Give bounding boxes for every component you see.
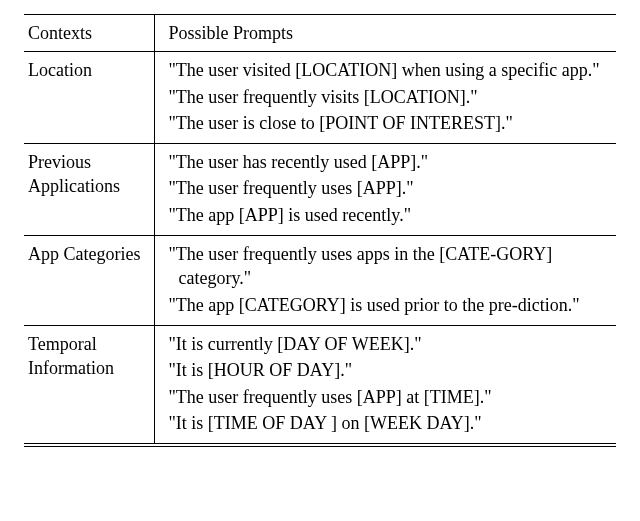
prompt-text: "The user frequently uses apps in the [C… [169,242,611,291]
table-row: App Categories "The user frequently uses… [24,236,616,326]
prompts-cell: "The user has recently used [APP]." "The… [154,144,616,236]
prompt-text: "The app [APP] is used recently." [169,203,611,227]
context-cell: App Categories [24,236,154,326]
prompt-text: "It is [HOUR OF DAY]." [169,358,611,382]
document-page: Contexts Possible Prompts Location "The … [0,0,640,521]
prompt-text: "The user visited [LOCATION] when using … [169,58,611,82]
table-row: Temporal Information "It is currently [D… [24,325,616,445]
prompts-cell: "It is currently [DAY OF WEEK]." "It is … [154,325,616,445]
header-prompts: Possible Prompts [154,15,616,52]
header-contexts: Contexts [24,15,154,52]
table-header-row: Contexts Possible Prompts [24,15,616,52]
context-line1: Location [28,60,92,80]
context-line1: App Categories [28,244,140,264]
context-cell: Temporal Information [24,325,154,445]
prompt-text: "It is currently [DAY OF WEEK]." [169,332,611,356]
prompt-text: "The user frequently visits [LOCATION]." [169,85,611,109]
context-line1: Temporal [28,334,97,354]
context-cell: Location [24,52,154,144]
table-row: Location "The user visited [LOCATION] wh… [24,52,616,144]
prompt-text: "It is [TIME OF DAY ] on [WEEK DAY]." [169,411,611,435]
prompt-text: "The user frequently uses [APP] at [TIME… [169,385,611,409]
table-row: Previous Applications "The user has rece… [24,144,616,236]
prompt-text: "The user has recently used [APP]." [169,150,611,174]
prompts-cell: "The user visited [LOCATION] when using … [154,52,616,144]
context-cell: Previous Applications [24,144,154,236]
prompt-text: "The user is close to [POINT OF INTEREST… [169,111,611,135]
contexts-prompts-table: Contexts Possible Prompts Location "The … [24,14,616,447]
prompt-text: "The user frequently uses [APP]." [169,176,611,200]
context-line2: Information [28,358,114,378]
context-line2: Applications [28,176,120,196]
prompt-text: "The app [CATEGORY] is used prior to the… [169,293,611,317]
prompts-cell: "The user frequently uses apps in the [C… [154,236,616,326]
context-line1: Previous [28,152,91,172]
